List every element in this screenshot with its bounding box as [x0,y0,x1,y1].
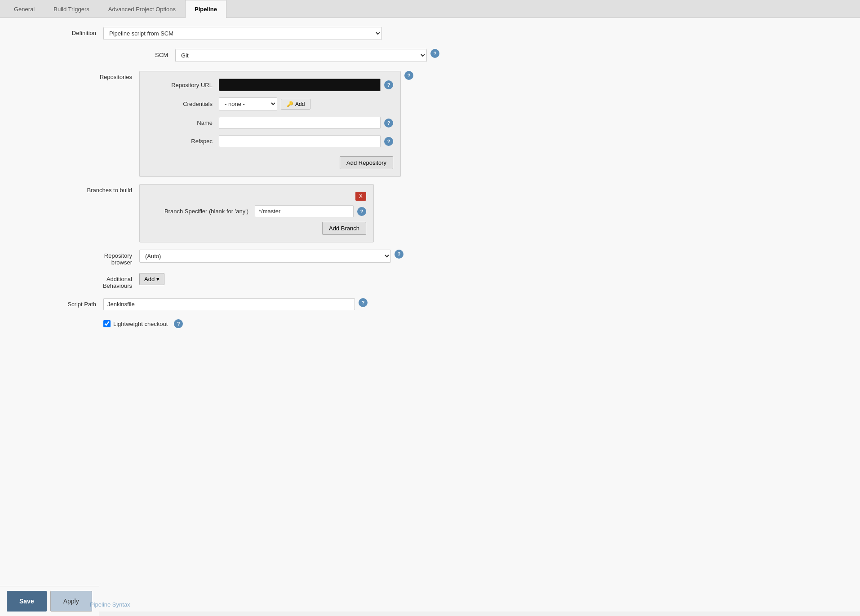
save-button[interactable]: Save [7,591,47,612]
name-input[interactable] [219,117,381,129]
scm-row: SCM Git ? [13,49,847,62]
credentials-row: Credentials - none - 🔑 Add [147,97,393,110]
pipeline-syntax-link[interactable]: Pipeline Syntax [90,601,130,608]
credentials-add-label: Add [295,101,305,107]
scm-control-wrap: Git ? [175,49,439,62]
additional-behaviours-add-button[interactable]: Add ▾ [139,273,164,285]
scm-label: SCM [85,49,175,58]
script-path-row: Script Path ? [13,298,847,310]
script-path-label: Script Path [13,298,103,308]
bottom-spacer [13,337,847,382]
lightweight-checkout-label-spacer [13,319,103,322]
additional-behaviours-wrap: Add ▾ [139,273,164,285]
scm-help-icon[interactable]: ? [430,49,439,58]
name-help-icon[interactable]: ? [384,119,393,128]
apply-button[interactable]: Apply [50,591,92,612]
branch-specifier-input[interactable] [255,205,354,217]
repo-browser-section-row: Repository browser (Auto) ? [13,250,847,266]
definition-label: Definition [13,27,103,36]
branches-label: Branches to build [85,184,139,194]
repositories-label: Repositories [85,71,139,80]
credentials-label: Credentials [147,101,219,107]
refspec-label: Refspec [147,138,219,145]
branches-box-wrap: X Branch Specifier (blank for 'any') ? A… [139,184,386,242]
scm-select[interactable]: Git [175,49,427,62]
definition-row: Definition Pipeline script from SCM [13,27,847,40]
add-repo-wrap: Add Repository [147,154,393,169]
lightweight-checkout-label: Lightweight checkout [113,321,168,327]
tab-pipeline[interactable]: Pipeline [185,0,226,18]
branch-specifier-label: Branch Specifier (blank for 'any') [147,208,255,215]
add-branch-wrap: Add Branch [147,222,366,235]
repo-browser-label: Repository browser [85,250,139,266]
tab-advanced-project-options[interactable]: Advanced Project Options [99,0,185,18]
lightweight-checkout-wrap: Lightweight checkout ? [103,319,183,328]
definition-select[interactable]: Pipeline script from SCM [103,27,382,40]
add-label: Add [144,276,155,282]
name-label: Name [147,119,219,126]
refspec-help-icon[interactable]: ? [384,137,393,146]
repo-url-row: Repository URL ? [147,79,393,91]
tab-build-triggers[interactable]: Build Triggers [44,0,98,18]
refspec-input[interactable] [219,135,381,147]
repo-url-help-icon[interactable]: ? [384,80,393,89]
definition-control: Pipeline script from SCM [103,27,847,40]
repositories-help-icon[interactable]: ? [404,71,413,80]
repo-browser-select[interactable]: (Auto) [139,250,391,263]
credentials-select[interactable]: - none - [219,97,277,110]
additional-behaviours-label: Additional Behaviours [85,273,139,289]
repo-browser-wrap: (Auto) ? [139,250,403,263]
additional-behaviours-row: Additional Behaviours Add ▾ [13,273,847,289]
branch-specifier-help-icon[interactable]: ? [357,207,366,216]
branches-box: X Branch Specifier (blank for 'any') ? A… [139,184,374,242]
bottom-bar: Save Apply Pipeline Syntax [0,586,99,612]
main-content: Definition Pipeline script from SCM SCM … [0,18,860,612]
repo-browser-help-icon[interactable]: ? [395,250,403,259]
key-icon: 🔑 [287,101,293,107]
tab-bar: General Build Triggers Advanced Project … [0,0,860,18]
x-btn-wrap: X [147,192,366,201]
lightweight-checkout-help-icon[interactable]: ? [174,319,183,328]
repo-url-label: Repository URL [147,82,219,88]
add-repository-button[interactable]: Add Repository [340,156,393,169]
repositories-box-wrap: Repository URL ? Credentials - none - 🔑 … [139,71,413,177]
script-path-help-icon[interactable]: ? [359,298,368,307]
dropdown-arrow-icon: ▾ [156,276,160,282]
script-path-input[interactable] [103,298,355,310]
script-path-wrap: ? [103,298,368,310]
branch-specifier-row: Branch Specifier (blank for 'any') ? [147,205,366,217]
lightweight-checkout-row: Lightweight checkout ? [13,319,847,328]
lightweight-checkout-checkbox[interactable] [103,320,111,327]
remove-branch-button[interactable]: X [355,192,366,201]
name-row: Name ? [147,117,393,129]
refspec-row: Refspec ? [147,135,393,147]
branches-section-row: Branches to build X Branch Specifier (bl… [13,184,847,242]
credentials-add-button[interactable]: 🔑 Add [281,99,310,110]
repositories-box: Repository URL ? Credentials - none - 🔑 … [139,71,401,177]
repo-url-masked-input [219,79,381,91]
add-branch-button[interactable]: Add Branch [322,222,366,235]
repositories-section-row: Repositories Repository URL ? Credential… [13,71,847,177]
tab-general[interactable]: General [4,0,44,18]
